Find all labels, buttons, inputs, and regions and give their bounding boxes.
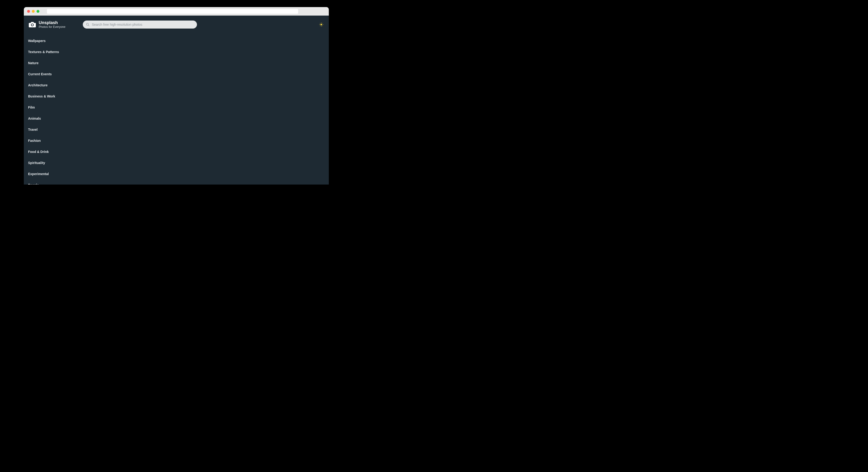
svg-marker-9 [323, 24, 323, 25]
app-content: Unsplash Photos for Everyone [24, 16, 329, 184]
search-bar[interactable] [83, 21, 197, 29]
brand-logo[interactable]: Unsplash Photos for Everyone [29, 20, 65, 29]
category-food-drink[interactable]: Food & Drink [28, 146, 49, 157]
category-nature[interactable]: Nature [28, 57, 38, 68]
brand-text: Unsplash Photos for Everyone [39, 20, 65, 29]
category-people[interactable]: People [28, 179, 39, 184]
maximize-window-button[interactable] [36, 10, 39, 13]
close-window-button[interactable] [27, 10, 30, 13]
svg-marker-8 [319, 24, 319, 25]
svg-point-3 [87, 23, 89, 25]
svg-marker-11 [322, 25, 323, 26]
svg-marker-12 [322, 23, 323, 24]
search-icon [86, 23, 89, 26]
header: Unsplash Photos for Everyone [24, 16, 329, 32]
category-current-events[interactable]: Current Events [28, 68, 52, 80]
app-window: Unsplash Photos for Everyone [24, 7, 329, 184]
category-film[interactable]: Film [28, 102, 35, 113]
camera-icon [29, 21, 36, 28]
brand-subtitle: Photos for Everyone [39, 25, 65, 29]
svg-point-5 [320, 24, 322, 25]
svg-marker-13 [319, 25, 320, 26]
category-architecture[interactable]: Architecture [28, 80, 48, 91]
category-experimental[interactable]: Experimental [28, 168, 49, 179]
minimize-window-button[interactable] [32, 10, 35, 13]
search-input[interactable] [92, 23, 194, 26]
svg-marker-7 [321, 26, 321, 27]
svg-marker-6 [321, 22, 321, 23]
category-list: Wallpapers Textures & Patterns Nature Cu… [24, 32, 329, 184]
sun-icon[interactable] [319, 22, 323, 27]
brand-title: Unsplash [39, 20, 65, 25]
svg-marker-10 [319, 23, 320, 24]
category-animals[interactable]: Animals [28, 113, 41, 124]
category-spirituality[interactable]: Spirituality [28, 157, 45, 168]
window-titlebar [24, 7, 329, 16]
svg-line-4 [88, 25, 89, 26]
url-bar[interactable] [47, 9, 298, 14]
category-wallpapers[interactable]: Wallpapers [28, 35, 45, 46]
category-textures-patterns[interactable]: Textures & Patterns [28, 46, 59, 57]
window-controls [27, 10, 39, 13]
category-fashion[interactable]: Fashion [28, 135, 41, 146]
category-travel[interactable]: Travel [28, 124, 37, 135]
category-business-work[interactable]: Business & Work [28, 91, 55, 102]
